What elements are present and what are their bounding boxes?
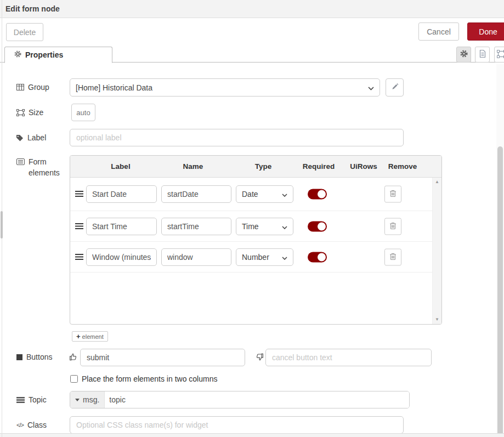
label-input[interactable]	[70, 129, 404, 146]
element-type-select[interactable]: Number	[236, 248, 293, 266]
tab-bar: Properties	[0, 46, 504, 63]
gear-icon	[14, 50, 21, 59]
edit-form-node-dialog: Edit form node Delete Cancel Done Proper…	[0, 0, 504, 437]
drag-handle-icon[interactable]	[75, 252, 83, 262]
form-elements-table: Label Name Type Required UiRows Remove D…	[70, 155, 442, 325]
required-toggle[interactable]	[308, 189, 326, 200]
list-icon	[16, 158, 25, 165]
cancel-button-text-input[interactable]	[265, 349, 432, 366]
toggle-knob	[316, 189, 327, 200]
form-element-row: Number	[70, 242, 437, 273]
tab-properties[interactable]: Properties	[4, 47, 112, 63]
topic-typed-input: msg.	[70, 391, 410, 408]
add-element-button[interactable]: + element	[72, 331, 108, 342]
edit-group-button[interactable]	[386, 78, 404, 97]
done-button[interactable]: Done	[467, 22, 504, 41]
element-type-select[interactable]: Time	[236, 218, 293, 235]
class-field-label: </> Class	[16, 421, 47, 429]
remove-element-button[interactable]	[384, 218, 401, 235]
required-toggle[interactable]	[308, 221, 326, 231]
submit-button-text-input[interactable]	[80, 349, 245, 366]
dialog-title: Edit form node	[5, 0, 60, 18]
dialog-footer-strip	[0, 433, 504, 437]
column-header-label: Label	[111, 156, 130, 178]
trash-icon	[389, 190, 397, 199]
element-label-input[interactable]	[86, 185, 157, 203]
scroll-up-icon[interactable]: ▲	[433, 179, 441, 185]
chevron-down-icon	[282, 190, 287, 198]
code-icon: </>	[16, 422, 24, 428]
square-icon	[16, 354, 22, 360]
scroll-down-icon[interactable]: ▼	[433, 316, 441, 323]
form-element-row: Date	[70, 178, 437, 211]
trash-icon	[389, 222, 397, 231]
object-size-icon	[16, 109, 25, 116]
properties-pane-button[interactable]	[456, 47, 471, 63]
size-button[interactable]: auto	[71, 104, 95, 121]
element-type-select[interactable]: Date	[236, 185, 293, 203]
topic-field-label: Topic	[16, 395, 47, 404]
required-toggle[interactable]	[308, 252, 326, 262]
appearance-pane-button[interactable]	[494, 47, 504, 63]
remove-element-button[interactable]	[384, 248, 401, 265]
table-scrollbar[interactable]: ▲ ▼	[432, 178, 441, 324]
group-field-label: Group	[16, 83, 49, 92]
gear-icon	[460, 50, 468, 59]
topic-input[interactable]	[105, 391, 409, 408]
column-header-name: Name	[183, 156, 203, 178]
drag-handle-icon[interactable]	[75, 222, 83, 231]
tray-resize-handle[interactable]	[1, 211, 3, 239]
chevron-down-icon	[282, 222, 287, 231]
cancel-button[interactable]: Cancel	[418, 22, 459, 41]
column-header-uirows: UiRows	[350, 156, 377, 178]
bars-icon	[16, 397, 25, 403]
two-columns-option[interactable]: Place the form elements in two columns	[70, 374, 217, 383]
thumbs-down-icon	[255, 353, 264, 364]
page-scrollbar[interactable]	[496, 64, 504, 433]
toggle-knob	[316, 221, 327, 231]
remove-element-button[interactable]	[384, 186, 401, 203]
buttons-field-label: Buttons	[16, 353, 52, 361]
tag-icon	[16, 134, 24, 141]
element-name-input[interactable]	[161, 185, 231, 203]
dialog-header: Edit form node	[0, 0, 504, 18]
page-scrollbar-thumb[interactable]	[497, 146, 503, 437]
chevron-down-icon	[368, 83, 374, 92]
two-columns-label: Place the form elements in two columns	[82, 374, 217, 383]
appearance-icon	[497, 50, 504, 60]
topic-type-selector[interactable]: msg.	[70, 391, 105, 408]
form-elements-table-header: Label Name Type Required UiRows Remove	[70, 156, 441, 178]
topic-type-label: msg.	[83, 395, 99, 404]
class-input[interactable]	[70, 416, 404, 434]
label-field-label: Label	[16, 133, 46, 142]
group-select[interactable]: [Home] Historical Data	[70, 78, 380, 97]
description-pane-button[interactable]	[475, 47, 490, 63]
element-label-input[interactable]	[86, 248, 157, 266]
document-icon	[479, 49, 486, 60]
column-header-required: Required	[303, 156, 335, 178]
plus-icon: +	[76, 332, 81, 340]
trash-icon	[389, 252, 397, 262]
chevron-down-icon	[282, 253, 287, 262]
two-columns-checkbox[interactable]	[70, 375, 78, 383]
form-elements-field-label: Form elements	[16, 156, 56, 178]
form-element-row: Time	[70, 211, 437, 242]
column-header-remove: Remove	[388, 156, 417, 178]
tab-properties-label: Properties	[25, 50, 63, 59]
size-field-label: Size	[16, 108, 43, 117]
pencil-icon	[391, 83, 399, 92]
delete-button[interactable]: Delete	[6, 23, 43, 41]
element-name-input[interactable]	[161, 248, 231, 266]
drag-handle-icon[interactable]	[75, 189, 83, 199]
caret-down-icon	[75, 399, 80, 401]
element-label-input[interactable]	[86, 218, 157, 235]
group-select-value: [Home] Historical Data	[76, 83, 152, 92]
column-header-type: Type	[255, 156, 272, 178]
table-icon	[16, 84, 24, 90]
toggle-knob	[316, 252, 327, 262]
thumbs-up-icon	[69, 353, 78, 364]
form-elements-table-body: Date Time	[70, 178, 441, 325]
element-name-input[interactable]	[161, 218, 231, 235]
